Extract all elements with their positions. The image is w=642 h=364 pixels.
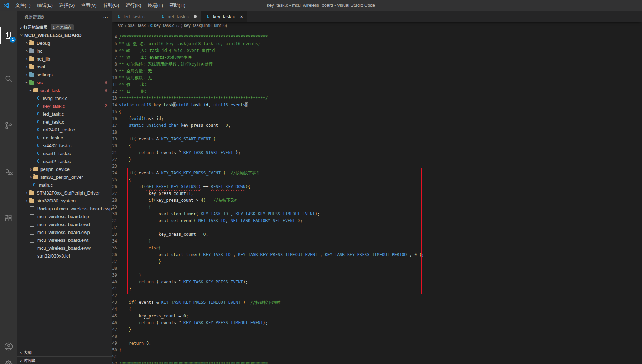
settings-gear-icon[interactable]: 1 — [0, 355, 17, 364]
menu-item[interactable]: 查看(V) — [78, 0, 100, 11]
code-line-9[interactable]: 9** 全局变量: 无 — [112, 68, 642, 75]
code-line-28[interactable]: 28 if(key_press_count > 4) //短按下5次 — [112, 197, 642, 204]
line-number[interactable]: 39 — [112, 272, 117, 279]
explorer-icon[interactable]: 1 — [0, 27, 17, 44]
code-line-21[interactable]: 21 return ( events ^ KEY_TASK_START_EVEN… — [112, 149, 642, 156]
line-number[interactable]: 50 — [112, 347, 117, 354]
line-number[interactable]: 10 — [112, 75, 117, 81]
line-number[interactable]: 13 — [112, 95, 117, 102]
line-number[interactable]: 37 — [112, 258, 117, 265]
search-icon[interactable] — [0, 70, 17, 87]
line-number[interactable]: 32 — [112, 224, 117, 231]
tab-led_task.c[interactable]: Cled_task.c — [112, 11, 156, 22]
tree-item-led_task.c[interactable]: Cled_task.c — [17, 110, 112, 118]
code-line-38[interactable]: 38 — [112, 265, 642, 272]
line-number[interactable]: 7 — [112, 54, 117, 61]
line-number[interactable]: 46 — [112, 320, 117, 326]
line-number[interactable]: 26 — [112, 183, 117, 190]
line-number[interactable]: 12 — [112, 88, 117, 95]
line-number[interactable]: 52 — [112, 360, 117, 364]
line-number[interactable]: 25 — [112, 177, 117, 183]
extensions-icon[interactable] — [0, 210, 17, 227]
code-line-4[interactable]: 4/**************************************… — [112, 34, 642, 40]
tree-item-mcu_wireless_board.ewt[interactable]: mcu_wireless_board.ewt — [17, 236, 112, 244]
line-number[interactable]: 8 — [112, 61, 117, 68]
tree-item-mcu_wireless_board.eww[interactable]: mcu_wireless_board.eww — [17, 244, 112, 252]
code-line-31[interactable]: 31 osal_set_event( NET_TASK_ID, NET_TASK… — [112, 217, 642, 224]
tree-item-inc[interactable]: ›inc — [17, 47, 112, 55]
code-line-32[interactable]: 32 — [112, 224, 642, 231]
code-line-27[interactable]: 27 key_press_count++; — [112, 190, 642, 197]
outline-section[interactable]: › 大纲 — [17, 349, 112, 356]
line-number[interactable]: 28 — [112, 197, 117, 204]
tree-item-key_task.c[interactable]: Ckey_task.c2 — [17, 102, 112, 110]
code-line-43[interactable]: 43 if( events & KEY_TASK_KEY_PRESS_TIMEO… — [112, 299, 642, 306]
line-number[interactable]: 9 — [112, 68, 117, 75]
line-number[interactable]: 34 — [112, 238, 117, 245]
tree-item-settings[interactable]: ›settings — [17, 71, 112, 78]
code-line-23[interactable]: 23 — [112, 163, 642, 170]
code-line-29[interactable]: 29 { — [112, 204, 642, 211]
code-line-7[interactable]: 7** 输 出: events-未处理的事件 — [112, 54, 642, 61]
menu-item[interactable]: 终端(T) — [144, 0, 166, 11]
code-line-51[interactable]: 51 — [112, 354, 642, 360]
tab-net_task.c[interactable]: Cnet_task.c — [156, 11, 201, 22]
code-line-19[interactable]: 19 if( events & KEY_TASK_START_EVENT ) — [112, 136, 642, 143]
line-number[interactable]: 42 — [112, 292, 117, 299]
code-line-30[interactable]: 30 osal_stop_timer( KEY_TASK_ID , KEY_TA… — [112, 211, 642, 217]
line-number[interactable]: 51 — [112, 354, 117, 360]
timeline-section[interactable]: › 时间线 — [17, 356, 112, 364]
code-line-26[interactable]: 26 if(GET_RESET_KEY_STATUS() == RESET_KE… — [112, 183, 642, 190]
tree-item-STM32F0xx_StdPeriph_Driver[interactable]: ›STM32F0xx_StdPeriph_Driver — [17, 189, 112, 197]
code-line-13[interactable]: 13**************************************… — [112, 95, 642, 102]
code-line-34[interactable]: 34 } — [112, 238, 642, 245]
line-number[interactable]: 22 — [112, 156, 117, 163]
tree-item-usart1_task.c[interactable]: Cusart1_task.c — [17, 149, 112, 157]
code-line-25[interactable]: 25 { — [112, 177, 642, 183]
tree-item-si4432_task.c[interactable]: Csi4432_task.c — [17, 142, 112, 149]
tree-item-net_task.c[interactable]: Cnet_task.c — [17, 118, 112, 126]
line-number[interactable]: 36 — [112, 252, 117, 258]
tree-item-stm32f030x8.icf[interactable]: stm32f030x8.icf — [17, 252, 112, 260]
line-number[interactable]: 43 — [112, 299, 117, 306]
code-line-17[interactable]: 17 static unsigned char key_press_count … — [112, 122, 642, 129]
tab-key_task.c[interactable]: Ckey_task.c× — [201, 11, 247, 22]
line-number[interactable]: 17 — [112, 122, 117, 129]
line-number[interactable]: 49 — [112, 340, 117, 347]
line-number[interactable]: 15 — [112, 109, 117, 115]
code-line-5[interactable]: 5** 函 数 名: uint16 key_task(uint8 task_id… — [112, 40, 642, 47]
code-line-36[interactable]: 36 osal_start_timer( KEY_TASK_ID , KEY_T… — [112, 252, 642, 258]
tree-item-osal_task[interactable]: ›osal_task — [17, 86, 112, 94]
tree-item-usart2_task.c[interactable]: Cusart2_task.c — [17, 157, 112, 165]
line-number[interactable]: 38 — [112, 265, 117, 272]
line-number[interactable]: 40 — [112, 279, 117, 286]
code-line-49[interactable]: 49 return 0; — [112, 340, 642, 347]
breadcrumb-item[interactable]: src — [118, 23, 123, 28]
tree-item-rtc_task.c[interactable]: Crtc_task.c — [17, 134, 112, 142]
tree-item-src[interactable]: ›src — [17, 78, 112, 86]
line-number[interactable]: 41 — [112, 286, 117, 292]
breadcrumb-item[interactable]: key_task.c — [154, 23, 174, 28]
code-line-33[interactable]: 33 key_press_count = 0; — [112, 231, 642, 238]
line-number[interactable]: 29 — [112, 204, 117, 211]
breadcrumb-item[interactable]: osal_task — [128, 23, 146, 28]
line-number[interactable]: 23 — [112, 163, 117, 170]
menu-item[interactable]: 选择(S) — [56, 0, 78, 11]
tree-item-MCU_WIRELESS_BOARD[interactable]: ›MCU_WIRELESS_BOARD — [17, 31, 112, 39]
line-number[interactable]: 35 — [112, 245, 117, 252]
code-line-39[interactable]: 39 } — [112, 272, 642, 279]
line-number[interactable]: 24 — [112, 170, 117, 177]
code-line-11[interactable]: 11** 作 者: — [112, 81, 642, 88]
tree-item-Backup of mcu_wireless_board.ewp[interactable]: Backup of mcu_wireless_board.ewp — [17, 205, 112, 212]
tree-item-mcu_wireless_board.ewd[interactable]: mcu_wireless_board.ewd — [17, 220, 112, 228]
menu-item[interactable]: 帮助(H) — [166, 0, 188, 11]
close-icon[interactable]: × — [240, 14, 243, 19]
menu-item[interactable]: 文件(F) — [12, 0, 34, 11]
tree-item-mcu_wireless_board.ewp[interactable]: mcu_wireless_board.ewp — [17, 228, 112, 236]
code-line-35[interactable]: 35 else{ — [112, 245, 642, 252]
line-number[interactable]: 21 — [112, 149, 117, 156]
source-control-icon[interactable] — [0, 117, 17, 134]
line-number[interactable]: 19 — [112, 136, 117, 143]
code-line-52[interactable]: 52/*************************************… — [112, 360, 642, 364]
line-number[interactable]: 33 — [112, 231, 117, 238]
